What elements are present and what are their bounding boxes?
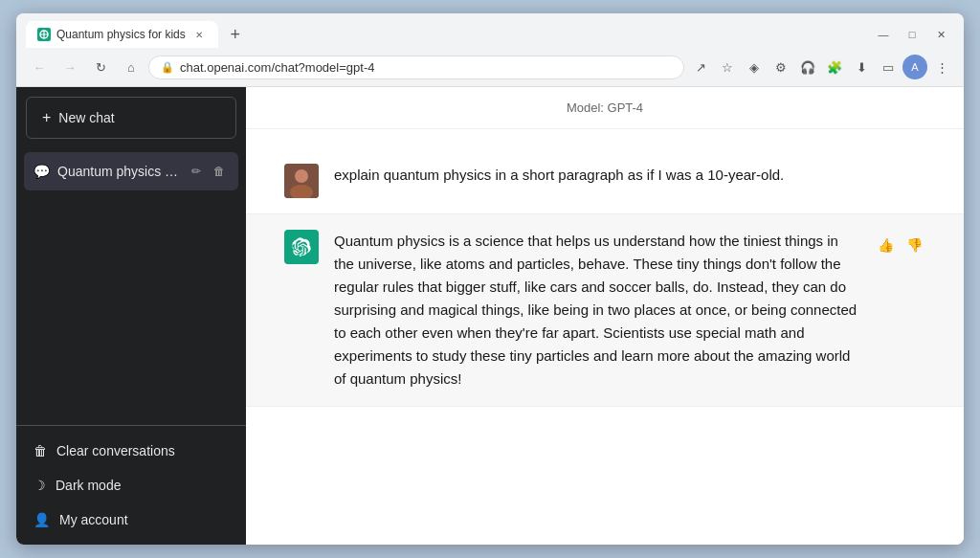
home-button[interactable]: ⌂ xyxy=(118,54,145,80)
main-content: Model: GPT-4 explain quantum physics in … xyxy=(246,87,964,545)
app-container: + New chat 💬 Quantum physics for ki ✏ 🗑 … xyxy=(16,87,964,545)
browser-window: Quantum physics for kids ✕ + — □ ✕ ← → ↻… xyxy=(16,13,964,545)
title-bar: Quantum physics for kids ✕ + — □ ✕ xyxy=(16,13,964,48)
forward-button[interactable]: → xyxy=(56,54,83,80)
chat-item[interactable]: 💬 Quantum physics for ki ✏ 🗑 xyxy=(24,152,238,190)
delete-chat-button[interactable]: 🗑 xyxy=(210,162,229,181)
chat-item-actions: ✏ 🗑 xyxy=(187,162,229,181)
back-button[interactable]: ← xyxy=(26,54,53,80)
svg-point-4 xyxy=(295,169,308,183)
chat-bubble-icon: 💬 xyxy=(33,164,50,179)
thumbup-button[interactable]: 👍 xyxy=(874,234,897,257)
chat-item-title: Quantum physics for ki xyxy=(57,164,179,179)
sidebar: + New chat 💬 Quantum physics for ki ✏ 🗑 … xyxy=(16,87,246,545)
extensions-button[interactable]: ◈ xyxy=(742,55,767,79)
account-label: My account xyxy=(59,512,128,527)
lock-icon: 🔒 xyxy=(161,61,174,74)
browser-tab[interactable]: Quantum physics for kids ✕ xyxy=(26,21,218,48)
model-label: Model: GPT-4 xyxy=(567,100,643,115)
puzzle-button[interactable]: 🧩 xyxy=(822,55,847,79)
new-chat-label: New chat xyxy=(58,110,114,125)
settings-button[interactable]: ⚙ xyxy=(768,55,793,79)
browser-chrome: Quantum physics for kids ✕ + — □ ✕ ← → ↻… xyxy=(16,13,964,87)
minimize-button[interactable]: — xyxy=(870,21,897,48)
edit-chat-button[interactable]: ✏ xyxy=(187,162,206,181)
nav-actions: ↗ ☆ ◈ ⚙ 🎧 🧩 ⬇ ▭ A ⋮ xyxy=(688,55,954,79)
assistant-message-content: Quantum physics is a science that helps … xyxy=(334,230,858,391)
assistant-message: Quantum physics is a science that helps … xyxy=(246,213,964,407)
nav-bar: ← → ↻ ⌂ 🔒 chat.openai.com/chat?model=gpt… xyxy=(16,48,964,86)
user-message: explain quantum physics in a short parag… xyxy=(246,148,964,213)
close-button[interactable]: ✕ xyxy=(927,21,954,48)
new-chat-button[interactable]: + New chat xyxy=(26,97,236,139)
user-icon: 👤 xyxy=(33,512,50,527)
sidebar-footer: 🗑 Clear conversations ☽ Dark mode 👤 My a… xyxy=(16,425,246,545)
thumbdown-button[interactable]: 👎 xyxy=(902,234,925,257)
model-header: Model: GPT-4 xyxy=(246,87,964,129)
profile-button[interactable]: A xyxy=(902,55,927,79)
dark-mode-label: Dark mode xyxy=(56,478,121,493)
download-button[interactable]: ⬇ xyxy=(849,55,874,79)
tab-favicon xyxy=(37,28,51,41)
url-text: chat.openai.com/chat?model=gpt-4 xyxy=(180,60,672,75)
chat-messages: explain quantum physics in a short parag… xyxy=(246,129,964,545)
reload-button[interactable]: ↻ xyxy=(87,54,114,80)
clear-icon: 🗑 xyxy=(33,443,47,458)
new-tab-button[interactable]: + xyxy=(222,21,249,48)
user-avatar xyxy=(284,164,319,198)
share-button[interactable]: ↗ xyxy=(688,55,713,79)
browser-menu-button[interactable]: ⋮ xyxy=(929,55,954,79)
headphones-button[interactable]: 🎧 xyxy=(795,55,820,79)
user-message-content: explain quantum physics in a short parag… xyxy=(334,164,925,187)
clear-conversations-button[interactable]: 🗑 Clear conversations xyxy=(24,434,238,468)
assistant-avatar xyxy=(284,230,319,264)
chat-list: 💬 Quantum physics for ki ✏ 🗑 xyxy=(16,148,246,425)
dark-mode-button[interactable]: ☽ Dark mode xyxy=(24,468,238,502)
clear-label: Clear conversations xyxy=(56,443,175,458)
tab-close-button[interactable]: ✕ xyxy=(191,27,207,42)
address-bar[interactable]: 🔒 chat.openai.com/chat?model=gpt-4 xyxy=(148,56,684,79)
plus-icon: + xyxy=(42,109,51,126)
tab-search-button[interactable]: ▭ xyxy=(876,55,901,79)
bookmark-button[interactable]: ☆ xyxy=(715,55,740,79)
tab-title: Quantum physics for kids xyxy=(56,28,186,41)
my-account-button[interactable]: 👤 My account xyxy=(24,502,238,537)
message-actions: 👍 👎 xyxy=(874,230,925,257)
moon-icon: ☽ xyxy=(33,478,46,493)
maximize-button[interactable]: □ xyxy=(899,21,925,48)
window-controls: — □ ✕ xyxy=(870,21,954,48)
